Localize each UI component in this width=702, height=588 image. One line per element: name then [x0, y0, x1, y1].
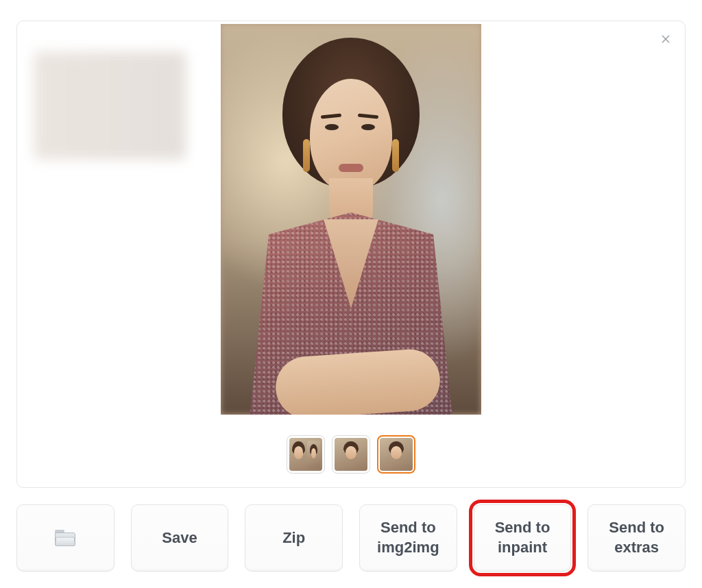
- action-button-row: Save Zip Send to img2img Send to inpaint…: [16, 504, 686, 572]
- send-to-img2img-label: Send to img2img: [360, 518, 457, 557]
- thumbnail-image: [335, 438, 367, 471]
- thumbnail-1[interactable]: [287, 435, 325, 474]
- save-button-label: Save: [162, 528, 197, 548]
- gallery-panel: [16, 21, 686, 488]
- thumbnail-image: [289, 438, 322, 471]
- thumbnail-strip: [287, 428, 415, 485]
- save-button[interactable]: Save: [131, 504, 229, 572]
- send-to-extras-label: Send to extras: [588, 518, 685, 557]
- open-folder-button[interactable]: [16, 504, 114, 572]
- background-thumbnail-blur: [34, 51, 186, 160]
- send-to-inpaint-label: Send to inpaint: [474, 518, 571, 557]
- zip-button-label: Zip: [282, 528, 305, 548]
- send-to-img2img-button[interactable]: Send to img2img: [359, 504, 457, 572]
- folder-icon: [55, 530, 75, 546]
- main-image[interactable]: [221, 24, 481, 415]
- send-to-inpaint-button[interactable]: Send to inpaint: [474, 504, 572, 572]
- zip-button[interactable]: Zip: [245, 504, 343, 572]
- app-root: Save Zip Send to img2img Send to inpaint…: [0, 0, 702, 588]
- close-button[interactable]: [656, 31, 675, 50]
- close-icon: [660, 34, 671, 47]
- thumbnail-3[interactable]: [377, 435, 415, 474]
- thumbnail-2[interactable]: [332, 435, 370, 474]
- send-to-extras-button[interactable]: Send to extras: [588, 504, 686, 572]
- thumbnail-image: [380, 438, 413, 471]
